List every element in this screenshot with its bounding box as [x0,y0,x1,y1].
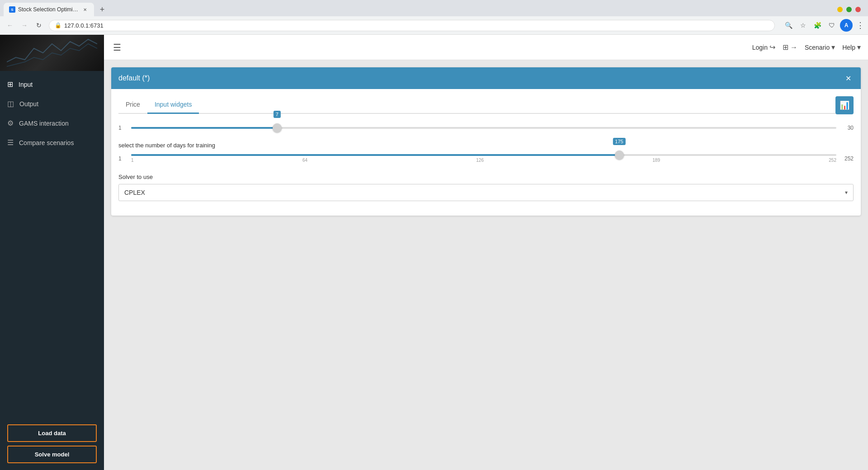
slider1-wrapper: 7 [131,127,836,129]
sidebar-item-output-label: Output [19,100,38,108]
transfer-button[interactable]: ⊞ → [783,43,797,52]
top-navbar: ☰ Login ↪ ⊞ → Scenario ▾ Help ▾ [104,35,868,60]
slider1-max: 30 [840,125,854,131]
close-window-button[interactable]: ✕ [855,7,861,12]
slider1-track: 7 [131,127,836,129]
chart-button[interactable]: 📊 [835,96,854,114]
solver-value: CPLEX [124,189,145,196]
nav-actions: Login ↪ ⊞ → Scenario ▾ Help ▾ [752,43,861,52]
sidebar-item-output[interactable]: ◫ Output [0,94,104,113]
slider2-track: 175 [131,154,836,156]
slider2-section: select the number of days for training 1… [118,142,854,163]
slider2-min: 1 [118,155,127,162]
zoom-button[interactable]: 🔍 [782,19,795,32]
slider1-thumb[interactable]: 7 [273,123,282,132]
tab-bar: S Stock Selection Optimization ✕ + − □ ✕ [0,0,868,16]
refresh-button[interactable]: ↻ [33,19,45,32]
tick-126: 126 [476,158,484,163]
more-options-button[interactable]: ⋮ [856,20,864,30]
new-tab-button[interactable]: + [96,3,108,16]
slider1-section: 1 7 30 [118,125,854,131]
nav-buttons: ← → ↻ [4,19,45,32]
load-data-button[interactable]: Load data [7,424,97,442]
sidebar-nav: ⊞ Input ◫ Output ⚙ GAMS interaction ☰ Co… [0,71,104,417]
slider1-min: 1 [118,125,127,131]
scenario-button[interactable]: Scenario ▾ [805,43,835,52]
input-icon: ⊞ [7,80,13,89]
star-button[interactable]: ☆ [797,19,809,32]
url-box[interactable]: 🔒 127.0.0.1:6731 [49,20,775,31]
help-chevron-icon: ▾ [857,43,861,52]
help-button[interactable]: Help ▾ [842,43,861,52]
browser-actions: 🔍 ☆ 🧩 🛡 A ⋮ [782,19,864,32]
card-body: 📊 Price Input widgets 1 [111,89,861,216]
active-tab[interactable]: S Stock Selection Optimization ✕ [4,3,94,16]
transfer-arrow-icon: → [790,43,797,52]
profile-button[interactable]: A [840,19,853,32]
slider2-row: 1 175 1 64 126 [118,154,854,163]
compare-icon: ☰ [7,138,14,147]
solver-arrow-icon: ▾ [845,189,848,196]
tick-189: 189 [652,158,660,163]
tick-64: 64 [302,158,307,163]
slider2-max: 252 [840,155,854,162]
scenario-label: Scenario [805,44,830,51]
slider2-label: select the number of days for training [118,142,854,149]
tab-title: Stock Selection Optimization [18,6,79,13]
back-button[interactable]: ← [4,19,16,32]
sidebar-item-input-label: Input [19,81,33,88]
shield-button[interactable]: 🛡 [826,19,838,32]
tabs-container: Price Input widgets [118,96,835,114]
tab-price-label: Price [126,101,140,108]
slider2-fill [131,154,619,156]
tab-input-widgets-label: Input widgets [155,101,192,108]
address-bar: ← → ↻ 🔒 127.0.0.1:6731 🔍 ☆ 🧩 🛡 A ⋮ [0,16,868,34]
card-header: default (*) ✕ [111,67,861,89]
close-icon: ✕ [845,74,851,83]
maximize-button[interactable]: □ [846,7,852,12]
solve-model-button[interactable]: Solve model [7,446,97,463]
login-button[interactable]: Login ↪ [752,43,775,52]
window-controls: − □ ✕ [837,7,864,12]
slider2-thumb[interactable]: 175 [615,150,624,160]
sidebar-header-image [0,35,104,71]
solver-label: Solver to use [118,174,854,180]
main-content: default (*) ✕ 📊 Price Input widgets [104,60,868,470]
slider2-wrapper: 175 1 64 126 189 252 [131,154,836,163]
tick-1: 1 [131,158,134,163]
url-text: 127.0.0.1:6731 [64,22,104,29]
sidebar-item-gams-label: GAMS interaction [19,120,69,127]
forward-button[interactable]: → [18,19,31,32]
tab-price[interactable]: Price [118,96,147,114]
secure-icon: 🔒 [55,22,61,28]
tab-close-button[interactable]: ✕ [81,6,89,13]
main-card: default (*) ✕ 📊 Price Input widgets [111,67,861,216]
help-label: Help [842,44,855,51]
transfer-icon: ⊞ [783,43,788,52]
sidebar-buttons: Load data Solve model [0,417,104,470]
tick-252: 252 [829,158,836,163]
sidebar: ⊞ Input ◫ Output ⚙ GAMS interaction ☰ Co… [0,35,104,470]
sidebar-item-gams[interactable]: ⚙ GAMS interaction [0,113,104,133]
app-container: ⊞ Input ◫ Output ⚙ GAMS interaction ☰ Co… [0,35,868,470]
hamburger-button[interactable]: ☰ [111,40,123,55]
slider1-value: 7 [274,111,281,118]
sidebar-item-input[interactable]: ⊞ Input [0,75,104,94]
tab-favicon: S [9,6,15,13]
slider1-fill [131,127,277,129]
sidebar-item-compare[interactable]: ☰ Compare scenarios [0,133,104,152]
sidebar-header [0,35,104,71]
card-title: default (*) [118,74,150,82]
minimize-button[interactable]: − [837,7,843,12]
sidebar-item-compare-label: Compare scenarios [19,139,74,146]
chart-icon: 📊 [840,100,849,110]
browser-chrome: S Stock Selection Optimization ✕ + − □ ✕… [0,0,868,35]
slider2-ticks: 1 64 126 189 252 [131,156,836,163]
tab-input-widgets[interactable]: Input widgets [147,96,199,114]
slider1-row: 1 7 30 [118,125,854,131]
login-icon: ↪ [769,43,775,52]
slider2-value: 175 [613,138,625,145]
solver-select[interactable]: CPLEX ▾ [118,184,854,201]
card-close-button[interactable]: ✕ [843,73,854,84]
extension-button[interactable]: 🧩 [811,19,824,32]
